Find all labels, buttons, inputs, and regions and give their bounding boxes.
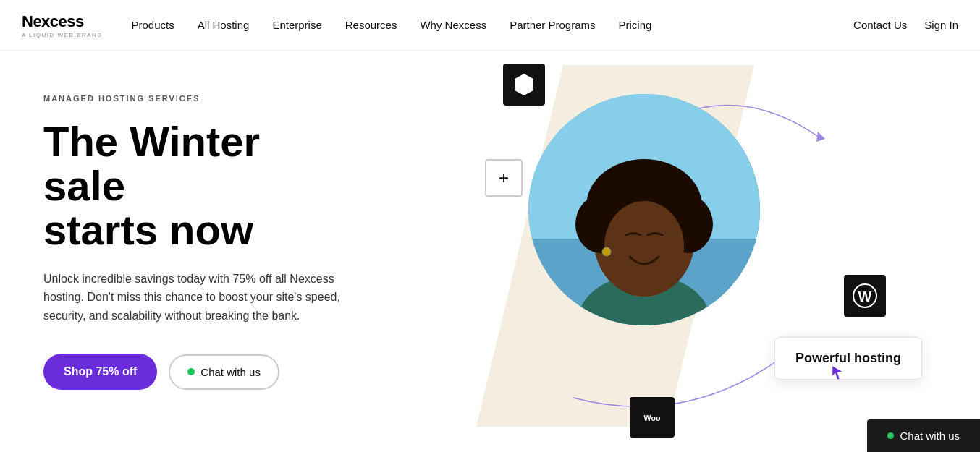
wordpress-icon: W <box>844 275 886 317</box>
svg-point-11 <box>602 247 611 256</box>
logo[interactable]: Nexcess A Liquid Web Brand <box>22 12 102 38</box>
chat-button-label: Chat with us <box>200 366 261 378</box>
nav-why-nexcess[interactable]: Why Nexcess <box>420 19 486 31</box>
logo-text: Nexcess <box>22 12 102 31</box>
hero-right: + W Woo Powerful hosting <box>384 51 980 452</box>
headline-line1: The Winter sale <box>43 118 260 209</box>
hero-subtext: Unlock incredible savings today with 75%… <box>43 270 347 325</box>
nav-all-hosting[interactable]: All Hosting <box>198 19 250 31</box>
svg-text:W: W <box>858 289 872 304</box>
chat-bar-label: Chat with us <box>900 430 960 442</box>
powerful-hosting-badge: Powerful hosting <box>774 337 922 380</box>
svg-marker-0 <box>816 132 825 142</box>
nav-right: Contact Us Sign In <box>853 19 958 31</box>
shop-button[interactable]: Shop 75% off <box>43 354 157 390</box>
nav-pricing[interactable]: Pricing <box>619 19 652 31</box>
main-content: MANAGED HOSTING SERVICES The Winter sale… <box>0 51 980 452</box>
chat-sticky-bar[interactable]: Chat with us <box>867 419 980 452</box>
chat-bar-dot <box>887 432 894 439</box>
hero-left: MANAGED HOSTING SERVICES The Winter sale… <box>0 51 384 452</box>
nav-links: Products All Hosting Enterprise Resource… <box>131 19 853 31</box>
powerful-hosting-text: Powerful hosting <box>795 351 901 366</box>
headline-line2: starts now <box>43 206 253 253</box>
nav-enterprise[interactable]: Enterprise <box>272 19 321 31</box>
svg-text:Woo: Woo <box>644 414 661 422</box>
cursor-icon <box>831 364 844 384</box>
chat-button[interactable]: Chat with us <box>169 354 279 390</box>
nav-signin[interactable]: Sign In <box>924 19 958 31</box>
svg-point-10 <box>639 265 671 291</box>
nav-partner-programs[interactable]: Partner Programs <box>510 19 595 31</box>
hero-headline: The Winter sale starts now <box>43 120 347 252</box>
hero-eyebrow: MANAGED HOSTING SERVICES <box>43 94 347 103</box>
logo-sub: A Liquid Web Brand <box>22 32 102 38</box>
chat-dot-indicator <box>187 368 195 375</box>
magento-icon <box>503 64 545 106</box>
plus-icon: + <box>485 159 523 197</box>
nav-products[interactable]: Products <box>131 19 174 31</box>
nav-resources[interactable]: Resources <box>345 19 397 31</box>
cta-row: Shop 75% off Chat with us <box>43 354 347 390</box>
hero-photo <box>528 94 760 325</box>
navbar: Nexcess A Liquid Web Brand Products All … <box>0 0 980 51</box>
woocommerce-icon: Woo <box>630 397 675 438</box>
nav-contact[interactable]: Contact Us <box>853 19 907 31</box>
